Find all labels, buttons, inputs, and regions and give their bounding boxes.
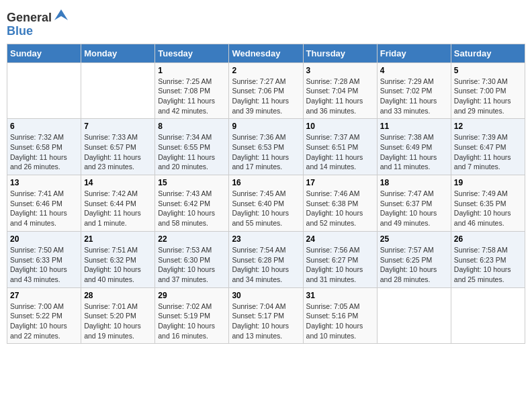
column-header-sunday: Sunday (7, 44, 81, 62)
calendar-cell: 16Sunrise: 7:45 AM Sunset: 6:40 PM Dayli… (229, 175, 303, 232)
calendar-cell (451, 287, 525, 344)
logo: General Blue (7, 7, 68, 38)
day-number: 31 (306, 291, 374, 300)
column-header-saturday: Saturday (451, 44, 525, 62)
day-number: 26 (454, 234, 522, 244)
calendar-cell: 12Sunrise: 7:39 AM Sunset: 6:47 PM Dayli… (451, 119, 525, 175)
day-number: 11 (380, 122, 448, 131)
day-info: Sunrise: 7:28 AM Sunset: 7:04 PM Dayligh… (306, 77, 374, 116)
day-number: 13 (10, 178, 78, 187)
day-info: Sunrise: 7:57 AM Sunset: 6:25 PM Dayligh… (380, 245, 448, 285)
calendar-cell: 2Sunrise: 7:27 AM Sunset: 7:06 PM Daylig… (229, 62, 303, 119)
day-info: Sunrise: 7:00 AM Sunset: 5:22 PM Dayligh… (10, 302, 78, 341)
day-info: Sunrise: 7:36 AM Sunset: 6:53 PM Dayligh… (232, 132, 300, 172)
calendar-cell: 26Sunrise: 7:58 AM Sunset: 6:23 PM Dayli… (451, 231, 525, 287)
day-info: Sunrise: 7:04 AM Sunset: 5:17 PM Dayligh… (232, 302, 300, 341)
day-info: Sunrise: 7:30 AM Sunset: 7:00 PM Dayligh… (454, 77, 522, 116)
day-number: 17 (306, 178, 374, 187)
day-number: 14 (84, 178, 152, 187)
day-info: Sunrise: 7:02 AM Sunset: 5:19 PM Dayligh… (158, 302, 226, 341)
week-row-5: 27Sunrise: 7:00 AM Sunset: 5:22 PM Dayli… (7, 287, 525, 344)
day-info: Sunrise: 7:29 AM Sunset: 7:02 PM Dayligh… (380, 77, 448, 116)
day-number: 23 (232, 234, 300, 244)
calendar-cell: 13Sunrise: 7:41 AM Sunset: 6:46 PM Dayli… (7, 175, 81, 232)
calendar-body: 1Sunrise: 7:25 AM Sunset: 7:08 PM Daylig… (7, 62, 525, 344)
day-number: 29 (158, 291, 226, 300)
day-number: 7 (84, 122, 152, 131)
day-info: Sunrise: 7:56 AM Sunset: 6:27 PM Dayligh… (306, 245, 374, 285)
calendar-cell (81, 62, 155, 119)
calendar-cell: 29Sunrise: 7:02 AM Sunset: 5:19 PM Dayli… (155, 287, 229, 344)
calendar-cell: 31Sunrise: 7:05 AM Sunset: 5:16 PM Dayli… (303, 287, 377, 344)
calendar-cell: 11Sunrise: 7:38 AM Sunset: 6:49 PM Dayli… (377, 119, 451, 175)
calendar-cell: 25Sunrise: 7:57 AM Sunset: 6:25 PM Dayli… (377, 231, 451, 287)
calendar-cell: 19Sunrise: 7:49 AM Sunset: 6:35 PM Dayli… (451, 175, 525, 232)
day-number: 19 (454, 178, 522, 187)
day-number: 9 (232, 122, 300, 131)
week-row-3: 13Sunrise: 7:41 AM Sunset: 6:46 PM Dayli… (7, 175, 525, 232)
column-header-friday: Friday (377, 44, 451, 62)
day-number: 1 (158, 66, 226, 75)
calendar-cell: 3Sunrise: 7:28 AM Sunset: 7:04 PM Daylig… (303, 62, 377, 119)
day-info: Sunrise: 7:54 AM Sunset: 6:28 PM Dayligh… (232, 245, 300, 285)
day-info: Sunrise: 7:34 AM Sunset: 6:55 PM Dayligh… (158, 132, 226, 172)
calendar-cell: 5Sunrise: 7:30 AM Sunset: 7:00 PM Daylig… (451, 62, 525, 119)
column-header-thursday: Thursday (303, 44, 377, 62)
day-info: Sunrise: 7:05 AM Sunset: 5:16 PM Dayligh… (306, 302, 374, 341)
day-number: 22 (158, 234, 226, 244)
day-number: 21 (84, 234, 152, 244)
day-info: Sunrise: 7:41 AM Sunset: 6:46 PM Dayligh… (10, 189, 78, 228)
logo-arrow-icon (53, 7, 68, 21)
column-header-tuesday: Tuesday (155, 44, 229, 62)
logo-general: General (7, 11, 52, 24)
calendar-cell: 14Sunrise: 7:42 AM Sunset: 6:44 PM Dayli… (81, 175, 155, 232)
day-info: Sunrise: 7:01 AM Sunset: 5:20 PM Dayligh… (84, 302, 152, 341)
day-number: 3 (306, 66, 374, 75)
day-info: Sunrise: 7:49 AM Sunset: 6:35 PM Dayligh… (454, 189, 522, 228)
day-info: Sunrise: 7:47 AM Sunset: 6:37 PM Dayligh… (380, 189, 448, 228)
day-number: 10 (306, 122, 374, 131)
calendar-table: SundayMondayTuesdayWednesdayThursdayFrid… (7, 44, 525, 345)
calendar-cell: 18Sunrise: 7:47 AM Sunset: 6:37 PM Dayli… (377, 175, 451, 232)
page-header: General Blue (7, 7, 525, 38)
day-info: Sunrise: 7:33 AM Sunset: 6:57 PM Dayligh… (84, 132, 152, 172)
svg-marker-0 (54, 9, 68, 20)
day-number: 15 (158, 178, 226, 187)
column-header-monday: Monday (81, 44, 155, 62)
day-number: 24 (306, 234, 374, 244)
calendar-cell: 20Sunrise: 7:50 AM Sunset: 6:33 PM Dayli… (7, 231, 81, 287)
day-info: Sunrise: 7:43 AM Sunset: 6:42 PM Dayligh… (158, 189, 226, 228)
calendar-cell: 27Sunrise: 7:00 AM Sunset: 5:22 PM Dayli… (7, 287, 81, 344)
day-number: 30 (232, 291, 300, 300)
day-info: Sunrise: 7:27 AM Sunset: 7:06 PM Dayligh… (232, 77, 300, 116)
column-header-wednesday: Wednesday (229, 44, 303, 62)
calendar-cell: 4Sunrise: 7:29 AM Sunset: 7:02 PM Daylig… (377, 62, 451, 119)
calendar-cell: 17Sunrise: 7:46 AM Sunset: 6:38 PM Dayli… (303, 175, 377, 232)
day-number: 20 (10, 234, 78, 244)
day-number: 4 (380, 66, 448, 75)
calendar-cell: 1Sunrise: 7:25 AM Sunset: 7:08 PM Daylig… (155, 62, 229, 119)
calendar-cell: 7Sunrise: 7:33 AM Sunset: 6:57 PM Daylig… (81, 119, 155, 175)
calendar-cell: 15Sunrise: 7:43 AM Sunset: 6:42 PM Dayli… (155, 175, 229, 232)
calendar-cell: 22Sunrise: 7:53 AM Sunset: 6:30 PM Dayli… (155, 231, 229, 287)
calendar-cell: 28Sunrise: 7:01 AM Sunset: 5:20 PM Dayli… (81, 287, 155, 344)
calendar-header-row: SundayMondayTuesdayWednesdayThursdayFrid… (7, 44, 525, 62)
day-info: Sunrise: 7:42 AM Sunset: 6:44 PM Dayligh… (84, 189, 152, 228)
calendar-cell: 23Sunrise: 7:54 AM Sunset: 6:28 PM Dayli… (229, 231, 303, 287)
day-info: Sunrise: 7:46 AM Sunset: 6:38 PM Dayligh… (306, 189, 374, 228)
day-number: 18 (380, 178, 448, 187)
calendar-cell (377, 287, 451, 344)
calendar-cell: 9Sunrise: 7:36 AM Sunset: 6:53 PM Daylig… (229, 119, 303, 175)
calendar-cell: 8Sunrise: 7:34 AM Sunset: 6:55 PM Daylig… (155, 119, 229, 175)
day-number: 6 (10, 122, 78, 131)
day-number: 12 (454, 122, 522, 131)
day-number: 2 (232, 66, 300, 75)
day-info: Sunrise: 7:51 AM Sunset: 6:32 PM Dayligh… (84, 245, 152, 285)
day-info: Sunrise: 7:50 AM Sunset: 6:33 PM Dayligh… (10, 245, 78, 285)
logo-blue: Blue (7, 24, 33, 38)
day-info: Sunrise: 7:25 AM Sunset: 7:08 PM Dayligh… (158, 77, 226, 116)
day-info: Sunrise: 7:53 AM Sunset: 6:30 PM Dayligh… (158, 245, 226, 285)
week-row-4: 20Sunrise: 7:50 AM Sunset: 6:33 PM Dayli… (7, 231, 525, 287)
week-row-2: 6Sunrise: 7:32 AM Sunset: 6:58 PM Daylig… (7, 119, 525, 175)
calendar-cell: 6Sunrise: 7:32 AM Sunset: 6:58 PM Daylig… (7, 119, 81, 175)
